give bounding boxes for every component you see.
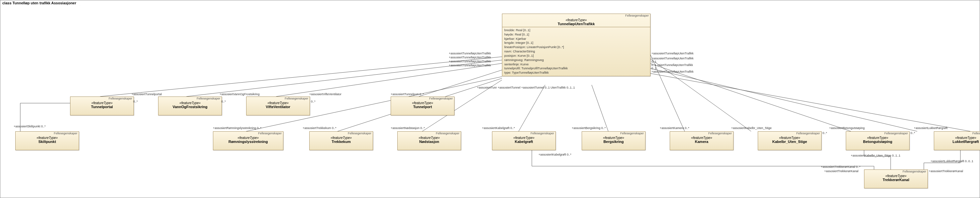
edge-label: +assosiertTunnelløpUtenTrafikk	[449, 64, 491, 67]
class-tunnelport[interactable]: Fellesegenskaper «featureType» Tunnelpor…	[391, 97, 455, 116]
edge-label: +assosiertTunr +assosiertTunnel +assosie…	[477, 86, 575, 89]
mult: 0..*	[311, 100, 316, 103]
edge-label: +assosiertKabelbr_Uten_Stige	[731, 126, 772, 130]
edge-label: +assosiertTrekkerørKanal	[929, 169, 963, 173]
diagram-title: class Tunnelløp uten trafikk Assosiasjon…	[0, 0, 80, 6]
diagram-canvas: class Tunnelløp uten trafikk Assosiasjon…	[0, 0, 980, 198]
svg-line-7	[519, 85, 545, 131]
svg-line-0	[100, 57, 502, 97]
edge-label: +assosiertTunnelportal	[132, 92, 162, 96]
edge-label: +assosiertTrekkerørKanal 0..*	[821, 165, 861, 168]
edge-label: +assosiertKabelgrøft 0..*	[538, 153, 571, 156]
class-trekkerorkanal[interactable]: Fellesegenskaper «featureType» Trekkerør…	[864, 169, 928, 188]
edge-label: +assosiertTunnelløpUtenTrafikk	[651, 57, 694, 60]
mult: 0..*	[133, 100, 138, 103]
edge-label: +assosiertTunnelløpUtenTrafikk	[449, 52, 491, 55]
edge-label: +assosiertTrekkerørKanal	[824, 169, 858, 173]
svg-line-12	[650, 73, 970, 131]
edge-label: +assosiertBetongutstøping	[829, 126, 865, 130]
class-bergsikring[interactable]: Fellesegenskaper «featureType» Bergsikri…	[582, 131, 646, 150]
class-kamera[interactable]: Fellesegenskaper «featureType» Kamera	[670, 131, 733, 150]
class-attributes: bredde: Real [0..1] høyde: Real [0..1] k…	[502, 27, 650, 76]
edge-label: +assosiertTunnelløpUtenTrafikk	[449, 60, 491, 63]
svg-line-10	[650, 63, 851, 131]
edge-label: +assosiertTunnelløpUtenTrafikk	[651, 70, 694, 73]
mult: 0..*	[822, 131, 827, 135]
mult: 0..*	[910, 131, 915, 135]
edge-label: +assosiertBergsikring 0..*	[572, 126, 606, 130]
svg-line-3	[419, 70, 502, 97]
edge-label: +assosiertNødstasjon 0..*	[391, 126, 425, 130]
stereotype-mid: «featureType»	[504, 18, 648, 22]
edge-label: +assosiertTunnelløpUtenTrafikk	[449, 56, 491, 59]
class-romningslysstrekning[interactable]: Fellesegenskaper «featureType» Rømningsl…	[213, 131, 283, 150]
class-betongutstoping[interactable]: Fellesegenskaper «featureType» Betonguts…	[846, 131, 910, 150]
edge-label: +assosiertTunnelløpUtenTrafikk	[651, 52, 694, 55]
mult: 0..*	[221, 100, 226, 103]
class-trekkekum[interactable]: Fellesegenskaper «featureType» Trekkekum	[309, 131, 373, 150]
edge-label: +assosiertKabelbr_Uten_Stige 0..1..1	[851, 154, 900, 157]
svg-line-11	[650, 68, 917, 131]
edge-label: +assosiertSkiltpunkt 0..*	[14, 125, 46, 128]
svg-line-13	[592, 85, 608, 131]
edge-label: +assosiertVannOgFrostsikring	[220, 92, 259, 96]
class-kabelgroft[interactable]: Fellesegenskaper «featureType» Kabelgrøf…	[492, 131, 556, 150]
class-nodstasjon[interactable]: Fellesegenskaper «featureType» Nødstasjo…	[397, 131, 461, 150]
edge-label: +assosiertLukketRørgrøft 0..0..1	[931, 160, 974, 163]
edge-label: +assosiertKamera 0..*	[660, 126, 689, 130]
svg-line-9	[650, 59, 751, 131]
edge-label: +assosiertKabelgrøft 0..*	[482, 126, 515, 130]
edge-label: 0..1 osiertTunnelløpUtenTrafikk	[651, 63, 693, 67]
edge-label: +assosiertRømningslysstrekning 0..*	[213, 126, 261, 130]
class-vifteventilator[interactable]: Fellesegenskaper «featureType» VifteVent…	[246, 97, 310, 116]
class-tunnellop-uten-trafikk[interactable]: Fellesegenskaper «featureType» Tunnelløp…	[502, 14, 651, 76]
svg-line-2	[276, 63, 502, 97]
edge-label: +assosiertLukketRørgrøft	[914, 126, 947, 130]
edge-label: +assosiertTunnelport 0..*	[391, 92, 424, 96]
class-kabelbr-uten-stige[interactable]: Fellesegenskaper «featureType» Kabelbr_U…	[758, 131, 821, 150]
mult: 0..1	[651, 60, 656, 63]
mult: 0..1	[651, 67, 656, 70]
class-tunnelportal[interactable]: Fellesegenskaper «featureType» Tunnelpor…	[70, 97, 134, 116]
class-skiltpunkt[interactable]: Fellesegenskaper «featureType» Skiltpunk…	[15, 131, 79, 150]
class-name: TunnelløpUtenTrafikk	[504, 22, 648, 26]
class-vannogfrostsikring[interactable]: Fellesegenskaper «featureType» VannOgFro…	[158, 97, 222, 116]
class-lukketrorgroft[interactable]: Fellesegenskaper «featureType» LukketRør…	[934, 131, 980, 150]
stereotype-top: Fellesegenskaper	[502, 14, 650, 17]
edge-label: +assosiertTrekkekum 0..*	[303, 126, 336, 130]
edge-label: +assosiertVifteVentilator	[309, 92, 342, 96]
